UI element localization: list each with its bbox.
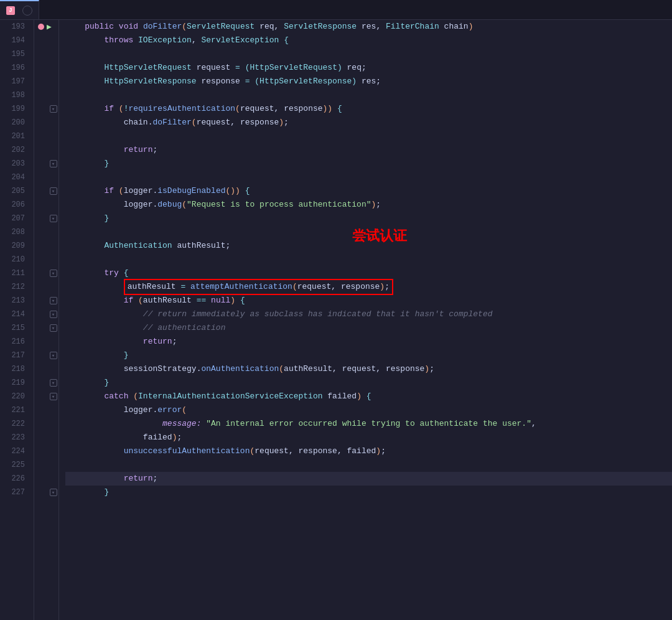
gutter-cell: ▾ <box>48 157 58 171</box>
fold-icon[interactable]: ▾ <box>50 311 57 318</box>
tab-bar: J <box>0 0 672 20</box>
code-token <box>138 20 143 34</box>
code-token <box>114 184 119 198</box>
breakpoint-cell[interactable] <box>34 308 48 321</box>
fold-icon[interactable]: ▾ <box>50 379 57 387</box>
indent <box>65 321 143 335</box>
breakpoint-cell[interactable] <box>34 225 48 239</box>
file-tab[interactable]: J <box>0 0 39 19</box>
breakpoint-cell[interactable] <box>34 157 48 171</box>
line-numbers: 1931941951961971981992002012022032042052… <box>0 20 34 620</box>
fold-icon[interactable]: ▾ <box>50 105 57 113</box>
fold-icon[interactable]: ▾ <box>50 215 57 222</box>
breakpoint-cell[interactable] <box>34 444 48 458</box>
breakpoint-cell[interactable] <box>34 321 48 335</box>
breakpoint-cell[interactable] <box>34 34 48 47</box>
code-line: // authentication <box>65 321 672 335</box>
code-token: "An internal error occurred while trying… <box>206 417 531 431</box>
fold-icon[interactable]: ▾ <box>50 297 57 304</box>
breakpoint-cell[interactable] <box>34 431 48 444</box>
breakpoint-cell[interactable] <box>34 171 48 184</box>
code-token: // return immediately as subclass has in… <box>143 308 493 321</box>
line-number: 226 <box>0 472 29 486</box>
fold-icon[interactable]: ▾ <box>50 352 57 359</box>
gutter-cell <box>48 403 58 417</box>
code-token: ! <box>124 102 129 116</box>
indent <box>65 143 124 157</box>
breakpoint-cell[interactable] <box>34 102 48 116</box>
breakpoint-cell[interactable] <box>34 253 48 266</box>
breakpoint-cell[interactable] <box>34 212 48 225</box>
code-token: authResult <box>128 282 181 291</box>
breakpoint-cell[interactable] <box>34 280 48 294</box>
code-token: authResult; <box>172 239 231 253</box>
breakpoint-cell[interactable] <box>34 458 48 472</box>
code-token: ( <box>138 294 143 308</box>
breakpoint-cell[interactable] <box>34 486 48 499</box>
code-line: // return immediately as subclass has in… <box>65 308 672 321</box>
breakpoint-cell[interactable] <box>34 376 48 390</box>
breakpoint-cell[interactable] <box>34 349 48 362</box>
breakpoint-cell[interactable] <box>34 266 48 280</box>
indent <box>65 417 162 431</box>
fold-icon[interactable]: ▾ <box>50 393 57 400</box>
fold-icon[interactable]: ▾ <box>50 489 57 496</box>
code-token: return <box>124 472 153 486</box>
code-token <box>240 184 245 198</box>
breakpoint-cell[interactable] <box>34 61 48 75</box>
code-token <box>279 34 284 47</box>
breakpoint-cell[interactable] <box>34 143 48 157</box>
breakpoint-cell[interactable] <box>34 88 48 102</box>
code-token: request, response <box>197 116 279 129</box>
code-token: failed <box>143 431 172 444</box>
code-token: // authentication <box>143 321 226 335</box>
code-token <box>206 294 211 308</box>
line-number: 211 <box>0 266 29 280</box>
breakpoint-cell[interactable] <box>34 472 48 486</box>
gutter-cell <box>48 431 58 444</box>
code-token <box>235 294 240 308</box>
breakpoint-cell[interactable] <box>34 294 48 308</box>
fold-icon[interactable]: ▾ <box>50 324 57 332</box>
code-token: ( <box>292 282 297 291</box>
line-number: 197 <box>0 75 29 88</box>
execution-arrow-icon: ▶ <box>47 22 52 32</box>
line-number: 212 <box>0 280 29 294</box>
code-token <box>250 75 254 88</box>
tab-close-button[interactable] <box>22 6 32 16</box>
fold-icon[interactable]: ▾ <box>50 270 57 277</box>
fold-icon[interactable]: ▾ <box>50 160 57 167</box>
breakpoint-cell[interactable] <box>34 390 48 403</box>
line-number: 215 <box>0 321 29 335</box>
breakpoint-cell[interactable] <box>34 403 48 417</box>
indent <box>65 75 104 88</box>
fold-icon[interactable]: ▾ <box>50 187 57 195</box>
breakpoint-cell[interactable] <box>34 129 48 143</box>
code-token: sessionStrategy. <box>124 362 202 376</box>
breakpoint-cell[interactable] <box>34 47 48 61</box>
code-line <box>65 88 672 102</box>
breakpoint-cell[interactable] <box>34 75 48 88</box>
breakpoint-cell[interactable] <box>34 198 48 212</box>
highlighted-code-box: authResult = attemptAuthentication(reque… <box>124 279 393 295</box>
code-token: ServletException <box>201 34 279 47</box>
line-number: 194 <box>0 34 29 47</box>
breakpoint-cell[interactable] <box>34 239 48 253</box>
code-token: ServletResponse <box>284 20 357 34</box>
breakpoint-cell[interactable] <box>34 116 48 129</box>
breakpoint-cell[interactable]: ▶ <box>34 20 48 34</box>
breakpoint-cell[interactable] <box>34 362 48 376</box>
code-token: HttpServletResponse <box>104 75 196 88</box>
breakpoint-cell[interactable] <box>34 417 48 431</box>
code-token: { <box>284 34 289 47</box>
code-token: authResult, request, response <box>284 362 424 376</box>
code-line: public void doFilter(ServletRequest req,… <box>65 20 672 34</box>
breakpoint-cell[interactable] <box>34 335 48 349</box>
code-token: ) <box>327 102 332 116</box>
code-line: failed); <box>65 431 672 444</box>
indent <box>65 308 143 321</box>
gutter-cell: ▾ <box>48 376 58 390</box>
line-number: 199 <box>0 102 29 116</box>
code-token: throws <box>104 34 133 47</box>
breakpoint-cell[interactable] <box>34 184 48 198</box>
